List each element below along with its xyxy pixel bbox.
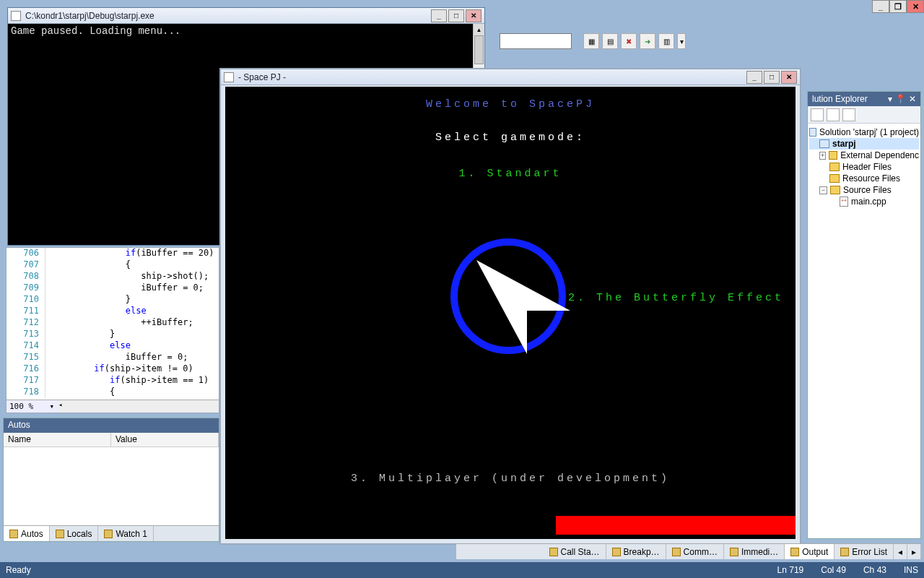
scroll-right-button[interactable]: ▸: [907, 544, 921, 559]
autos-col-name[interactable]: Name: [4, 433, 111, 447]
code-line[interactable]: 712 ++iBuffer;: [6, 317, 219, 329]
tab-locals[interactable]: Locals: [50, 526, 99, 541]
tab-autos[interactable]: Autos: [4, 526, 50, 541]
code-line[interactable]: 715 iBuffer = 0;: [6, 352, 219, 363]
game-title: - Space PJ -: [238, 72, 745, 82]
console-app-icon: [11, 11, 21, 21]
tab-call-stack[interactable]: Call Sta…: [544, 544, 606, 559]
code-line[interactable]: 706 if(iBuffer == 20): [6, 248, 219, 259]
tree-project[interactable]: starpj: [809, 138, 919, 150]
autos-col-value[interactable]: Value: [111, 433, 219, 447]
game-canvas[interactable]: Welcome to SpacePJ Select gamemode: 1. S…: [225, 87, 796, 539]
folder-icon: [829, 174, 840, 183]
tree-solution-root[interactable]: Solution 'starpj' (1 project): [809, 126, 919, 138]
console-title: C:\kondr1\starpj\Debug\starpj.exe: [25, 11, 430, 21]
code-text: else: [57, 340, 131, 352]
code-line[interactable]: 708 ship->shot();: [6, 271, 219, 282]
solution-explorer-header[interactable]: lution Explorer ▾ 📍 ✕: [808, 92, 920, 106]
code-line[interactable]: 709 iBuffer = 0;: [6, 282, 219, 294]
code-line[interactable]: 714 else: [6, 340, 219, 352]
game-option-3[interactable]: 3. Multiplayer (under development): [225, 473, 796, 485]
toolbar-icon-2[interactable]: ▤: [602, 33, 618, 49]
chevron-down-icon[interactable]: ▾: [888, 94, 892, 104]
solution-toolbar-icon-1[interactable]: [811, 108, 824, 121]
line-number: 714: [6, 340, 45, 352]
console-minimize-button[interactable]: _: [431, 9, 447, 22]
scrollbar-thumb[interactable]: [474, 35, 484, 64]
toolbar-dropdown-icon[interactable]: ▾: [677, 33, 686, 49]
scroll-left-button[interactable]: ◂: [894, 544, 907, 559]
scroll-up-icon[interactable]: ▲: [474, 24, 484, 35]
ide-window-controls: _ ❐ ✕: [872, 0, 924, 13]
ide-close-button[interactable]: ✕: [907, 0, 924, 13]
toolbar-icon-4[interactable]: ➜: [640, 33, 655, 49]
tab-breakpoints[interactable]: Breakp…: [606, 544, 666, 559]
tab-command[interactable]: Comm…: [666, 544, 724, 559]
code-line[interactable]: 710 }: [6, 294, 219, 306]
pin-icon[interactable]: 📍: [895, 94, 906, 104]
solution-tree[interactable]: Solution 'starpj' (1 project) starpj + E…: [808, 124, 920, 210]
tab-error-list[interactable]: Error List: [834, 544, 894, 559]
game-welcome-text: Welcome to SpacePJ: [225, 98, 796, 111]
tree-file-main-cpp[interactable]: main.cpp: [809, 196, 919, 207]
solution-icon: [809, 128, 816, 137]
code-line[interactable]: 716 if(ship->item != 0): [6, 363, 219, 375]
code-text: ++iBuffer;: [57, 317, 193, 329]
tree-label: main.cpp: [851, 197, 886, 207]
console-close-button[interactable]: ✕: [466, 9, 481, 22]
ide-config-combo[interactable]: [500, 33, 572, 49]
status-char: Ch 43: [863, 565, 886, 575]
expand-icon[interactable]: +: [819, 152, 826, 160]
tab-immediate[interactable]: Immedi…: [724, 544, 785, 559]
tab-label: Immedi…: [741, 547, 778, 557]
game-maximize-button[interactable]: □: [764, 71, 780, 84]
tree-label: starpj: [832, 139, 856, 149]
autos-panel-header[interactable]: Autos: [4, 418, 219, 433]
line-number: 718: [6, 387, 45, 398]
ide-minimize-button[interactable]: _: [872, 0, 889, 13]
zoom-value: 100 %: [9, 402, 33, 411]
code-text: if(iBuffer == 20): [57, 248, 214, 259]
toolbar-icon-5[interactable]: ▥: [658, 33, 674, 49]
code-line[interactable]: 711 else: [6, 306, 219, 317]
solution-toolbar-icon-3[interactable]: [842, 108, 855, 121]
tree-label: Solution 'starpj' (1 project): [819, 127, 919, 137]
solution-toolbar-icon-2[interactable]: [827, 108, 840, 121]
fold-gutter: [45, 306, 57, 317]
console-maximize-button[interactable]: □: [448, 9, 464, 22]
tree-source-files[interactable]: − Source Files: [809, 184, 919, 196]
fold-gutter: [45, 248, 57, 259]
code-line[interactable]: 707 {: [6, 259, 219, 271]
tree-header-files[interactable]: Header Files: [809, 161, 919, 173]
game-minimize-button[interactable]: _: [746, 71, 762, 84]
editor-h-scrollbar[interactable]: ◂: [57, 400, 219, 413]
autos-tab-strip: Autos Locals Watch 1: [4, 525, 219, 541]
zoom-combo[interactable]: 100 % ▾: [6, 400, 57, 413]
code-line[interactable]: 717 if(ship->item == 1): [6, 375, 219, 387]
console-titlebar[interactable]: C:\kondr1\starpj\Debug\starpj.exe _ □ ✕: [8, 8, 484, 24]
game-close-button[interactable]: ✕: [781, 71, 797, 84]
tab-icon: [612, 548, 621, 556]
tab-watch1[interactable]: Watch 1: [98, 526, 154, 541]
code-line[interactable]: 718 {: [6, 387, 219, 398]
toolbar-icon-1[interactable]: ▦: [583, 33, 599, 49]
tab-output[interactable]: Output: [785, 544, 834, 559]
autos-panel: Autos Name Value Autos Locals Watch 1: [3, 418, 219, 542]
game-titlebar[interactable]: - Space PJ - _ □ ✕: [221, 69, 800, 85]
status-ins: INS: [904, 565, 918, 575]
fold-gutter: [45, 282, 57, 294]
line-number: 709: [6, 282, 45, 294]
status-ready: Ready: [6, 565, 31, 575]
game-option-1[interactable]: 1. Standart: [225, 168, 796, 180]
code-line[interactable]: 713 }: [6, 329, 219, 340]
toolbar-icon-3[interactable]: ✖: [621, 33, 637, 49]
tree-resource-files[interactable]: Resource Files: [809, 173, 919, 184]
collapse-icon[interactable]: −: [819, 186, 827, 194]
tree-external-deps[interactable]: + External Dependenc: [809, 150, 919, 161]
game-option-2[interactable]: 2. The Butterfly Effect: [568, 292, 784, 304]
panel-close-icon[interactable]: ✕: [909, 94, 916, 104]
tree-label: Resource Files: [842, 173, 900, 184]
code-editor[interactable]: 706 if(iBuffer == 20)707 {708 ship->shot…: [6, 247, 219, 413]
tree-label: External Dependenc: [840, 150, 919, 160]
ide-maximize-button[interactable]: ❐: [889, 0, 907, 13]
